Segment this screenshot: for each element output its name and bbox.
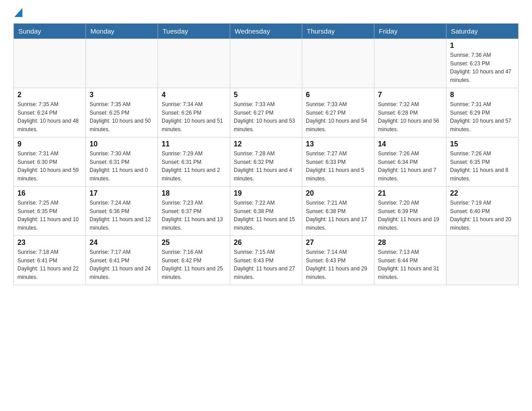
calendar-cell: 26Sunrise: 7:15 AMSunset: 6:43 PMDayligh… bbox=[230, 236, 302, 285]
day-number: 23 bbox=[17, 239, 82, 247]
page-header bbox=[13, 9, 519, 14]
calendar-cell: 24Sunrise: 7:17 AMSunset: 6:41 PMDayligh… bbox=[86, 236, 158, 285]
calendar-cell bbox=[302, 39, 374, 88]
day-info: Sunrise: 7:19 AMSunset: 6:40 PMDaylight:… bbox=[450, 199, 515, 232]
day-number: 1 bbox=[450, 42, 515, 50]
calendar-cell: 1Sunrise: 7:36 AMSunset: 6:23 PMDaylight… bbox=[446, 39, 519, 88]
day-info: Sunrise: 7:34 AMSunset: 6:26 PMDaylight:… bbox=[162, 100, 226, 133]
calendar-cell: 21Sunrise: 7:20 AMSunset: 6:39 PMDayligh… bbox=[374, 187, 446, 236]
calendar-cell bbox=[374, 39, 446, 88]
day-number: 7 bbox=[378, 91, 442, 99]
week-row-2: 2Sunrise: 7:35 AMSunset: 6:24 PMDaylight… bbox=[14, 88, 519, 137]
day-number: 12 bbox=[234, 140, 298, 148]
day-info: Sunrise: 7:25 AMSunset: 6:35 PMDaylight:… bbox=[17, 199, 82, 232]
calendar-cell: 16Sunrise: 7:25 AMSunset: 6:35 PMDayligh… bbox=[14, 187, 86, 236]
day-info: Sunrise: 7:28 AMSunset: 6:32 PMDaylight:… bbox=[234, 150, 298, 183]
calendar-cell bbox=[86, 39, 158, 88]
day-number: 9 bbox=[17, 140, 82, 148]
day-number: 15 bbox=[450, 140, 515, 148]
day-number: 6 bbox=[306, 91, 370, 99]
day-number: 27 bbox=[306, 239, 370, 247]
day-number: 2 bbox=[17, 91, 82, 99]
day-number: 13 bbox=[306, 140, 370, 148]
day-number: 8 bbox=[450, 91, 515, 99]
day-number: 5 bbox=[234, 91, 298, 99]
calendar-cell: 7Sunrise: 7:32 AMSunset: 6:28 PMDaylight… bbox=[374, 88, 446, 137]
day-info: Sunrise: 7:33 AMSunset: 6:27 PMDaylight:… bbox=[306, 100, 370, 133]
day-info: Sunrise: 7:14 AMSunset: 6:43 PMDaylight:… bbox=[306, 248, 370, 281]
day-number: 4 bbox=[162, 91, 226, 99]
calendar-cell: 6Sunrise: 7:33 AMSunset: 6:27 PMDaylight… bbox=[302, 88, 374, 137]
day-number: 16 bbox=[17, 189, 82, 197]
day-number: 18 bbox=[162, 189, 226, 197]
week-row-3: 9Sunrise: 7:31 AMSunset: 6:30 PMDaylight… bbox=[14, 137, 519, 187]
week-row-5: 23Sunrise: 7:18 AMSunset: 6:41 PMDayligh… bbox=[14, 236, 519, 285]
day-info: Sunrise: 7:35 AMSunset: 6:25 PMDaylight:… bbox=[90, 100, 154, 133]
day-info: Sunrise: 7:16 AMSunset: 6:42 PMDaylight:… bbox=[162, 248, 226, 281]
calendar-table: SundayMondayTuesdayWednesdayThursdayFrid… bbox=[13, 23, 519, 285]
week-row-1: 1Sunrise: 7:36 AMSunset: 6:23 PMDaylight… bbox=[14, 39, 519, 88]
day-number: 22 bbox=[450, 189, 515, 197]
week-row-4: 16Sunrise: 7:25 AMSunset: 6:35 PMDayligh… bbox=[14, 187, 519, 236]
svg-marker-0 bbox=[14, 8, 22, 17]
day-number: 17 bbox=[90, 189, 154, 197]
calendar-cell: 18Sunrise: 7:23 AMSunset: 6:37 PMDayligh… bbox=[158, 187, 230, 236]
day-info: Sunrise: 7:24 AMSunset: 6:36 PMDaylight:… bbox=[90, 199, 154, 232]
calendar-cell: 14Sunrise: 7:26 AMSunset: 6:34 PMDayligh… bbox=[374, 137, 446, 187]
calendar-header-sunday: Sunday bbox=[14, 24, 86, 39]
calendar-cell: 5Sunrise: 7:33 AMSunset: 6:27 PMDaylight… bbox=[230, 88, 302, 137]
calendar-cell: 11Sunrise: 7:29 AMSunset: 6:31 PMDayligh… bbox=[158, 137, 230, 187]
day-number: 28 bbox=[378, 239, 442, 247]
calendar-cell: 28Sunrise: 7:13 AMSunset: 6:44 PMDayligh… bbox=[374, 236, 446, 285]
calendar-cell: 9Sunrise: 7:31 AMSunset: 6:30 PMDaylight… bbox=[14, 137, 86, 187]
calendar-cell: 23Sunrise: 7:18 AMSunset: 6:41 PMDayligh… bbox=[14, 236, 86, 285]
calendar-cell: 20Sunrise: 7:21 AMSunset: 6:38 PMDayligh… bbox=[302, 187, 374, 236]
day-number: 3 bbox=[90, 91, 154, 99]
day-info: Sunrise: 7:23 AMSunset: 6:37 PMDaylight:… bbox=[162, 199, 226, 232]
day-info: Sunrise: 7:27 AMSunset: 6:33 PMDaylight:… bbox=[306, 150, 370, 183]
day-info: Sunrise: 7:13 AMSunset: 6:44 PMDaylight:… bbox=[378, 248, 442, 281]
logo-triangle-icon bbox=[14, 8, 22, 17]
day-info: Sunrise: 7:17 AMSunset: 6:41 PMDaylight:… bbox=[90, 248, 154, 281]
day-info: Sunrise: 7:36 AMSunset: 6:23 PMDaylight:… bbox=[450, 51, 515, 84]
day-info: Sunrise: 7:22 AMSunset: 6:38 PMDaylight:… bbox=[234, 199, 298, 232]
day-info: Sunrise: 7:30 AMSunset: 6:31 PMDaylight:… bbox=[90, 150, 154, 183]
calendar-cell: 22Sunrise: 7:19 AMSunset: 6:40 PMDayligh… bbox=[446, 187, 519, 236]
calendar-cell: 25Sunrise: 7:16 AMSunset: 6:42 PMDayligh… bbox=[158, 236, 230, 285]
calendar-cell: 15Sunrise: 7:26 AMSunset: 6:35 PMDayligh… bbox=[446, 137, 519, 187]
day-info: Sunrise: 7:32 AMSunset: 6:28 PMDaylight:… bbox=[378, 100, 442, 133]
calendar-header-row: SundayMondayTuesdayWednesdayThursdayFrid… bbox=[14, 24, 519, 39]
day-info: Sunrise: 7:21 AMSunset: 6:38 PMDaylight:… bbox=[306, 199, 370, 232]
calendar-cell: 4Sunrise: 7:34 AMSunset: 6:26 PMDaylight… bbox=[158, 88, 230, 137]
day-info: Sunrise: 7:31 AMSunset: 6:29 PMDaylight:… bbox=[450, 100, 515, 133]
calendar-cell: 19Sunrise: 7:22 AMSunset: 6:38 PMDayligh… bbox=[230, 187, 302, 236]
day-number: 19 bbox=[234, 189, 298, 197]
calendar-header-tuesday: Tuesday bbox=[158, 24, 230, 39]
calendar-cell: 3Sunrise: 7:35 AMSunset: 6:25 PMDaylight… bbox=[86, 88, 158, 137]
calendar-cell: 10Sunrise: 7:30 AMSunset: 6:31 PMDayligh… bbox=[86, 137, 158, 187]
day-number: 21 bbox=[378, 189, 442, 197]
calendar-cell: 13Sunrise: 7:27 AMSunset: 6:33 PMDayligh… bbox=[302, 137, 374, 187]
day-number: 24 bbox=[90, 239, 154, 247]
calendar-cell bbox=[230, 39, 302, 88]
day-number: 14 bbox=[378, 140, 442, 148]
calendar-cell bbox=[446, 236, 519, 285]
calendar-cell: 12Sunrise: 7:28 AMSunset: 6:32 PMDayligh… bbox=[230, 137, 302, 187]
calendar-cell bbox=[14, 39, 86, 88]
calendar-cell bbox=[158, 39, 230, 88]
calendar-header-thursday: Thursday bbox=[302, 24, 374, 39]
calendar-cell: 27Sunrise: 7:14 AMSunset: 6:43 PMDayligh… bbox=[302, 236, 374, 285]
logo bbox=[13, 9, 22, 14]
calendar-header-wednesday: Wednesday bbox=[230, 24, 302, 39]
day-info: Sunrise: 7:31 AMSunset: 6:30 PMDaylight:… bbox=[17, 150, 82, 183]
calendar-cell: 17Sunrise: 7:24 AMSunset: 6:36 PMDayligh… bbox=[86, 187, 158, 236]
day-info: Sunrise: 7:15 AMSunset: 6:43 PMDaylight:… bbox=[234, 248, 298, 281]
day-number: 26 bbox=[234, 239, 298, 247]
day-number: 25 bbox=[162, 239, 226, 247]
day-number: 11 bbox=[162, 140, 226, 148]
day-info: Sunrise: 7:20 AMSunset: 6:39 PMDaylight:… bbox=[378, 199, 442, 232]
day-info: Sunrise: 7:26 AMSunset: 6:34 PMDaylight:… bbox=[378, 150, 442, 183]
calendar-cell: 2Sunrise: 7:35 AMSunset: 6:24 PMDaylight… bbox=[14, 88, 86, 137]
calendar-header-friday: Friday bbox=[374, 24, 446, 39]
day-info: Sunrise: 7:26 AMSunset: 6:35 PMDaylight:… bbox=[450, 150, 515, 183]
